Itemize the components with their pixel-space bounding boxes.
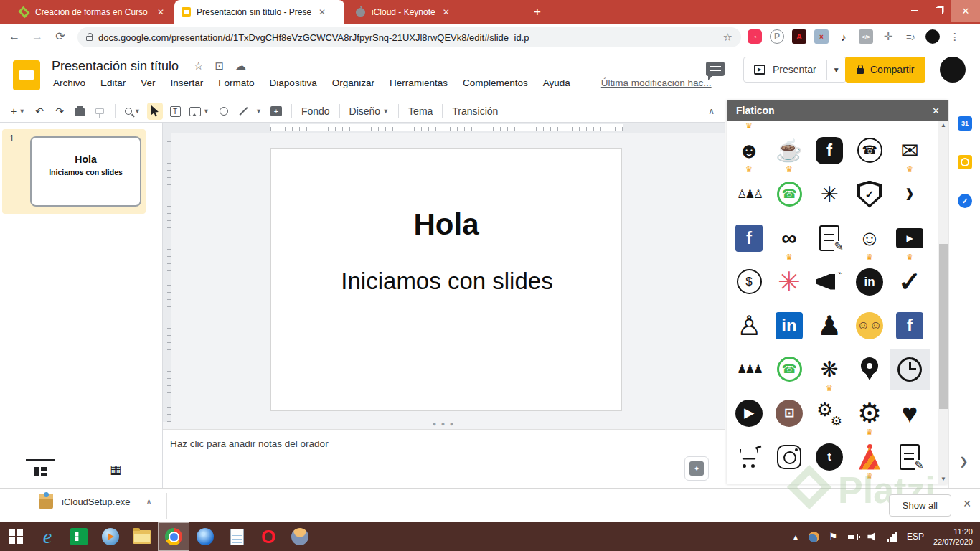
menu-archivo[interactable]: Archivo (53, 77, 85, 88)
redo-button[interactable]: ↷ (52, 103, 67, 120)
hand-coin-icon[interactable]: $ (729, 261, 769, 302)
document-title[interactable]: Presentación sin título (52, 59, 179, 74)
grid-view-button[interactable]: ▦ (105, 462, 126, 479)
download-item[interactable]: iCloudSetup.exe ∧ (39, 494, 151, 509)
carnival-mask-icon[interactable]: ∞♛ (769, 217, 809, 258)
taskbar-chrome-icon[interactable] (158, 522, 189, 551)
taskbar-media-player-icon[interactable] (95, 522, 126, 551)
show-all-downloads-button[interactable]: Show all (889, 494, 951, 517)
filmstrip-view-button[interactable] (26, 463, 55, 479)
slide-editor[interactable]: Hola Iniciamos con slides (270, 148, 622, 411)
url-text[interactable]: docs.google.com/presentation/d/1TxDvgCHf… (98, 32, 717, 43)
crowd-icon[interactable]: ♟♟♟ (729, 349, 769, 390)
pinterest-icon[interactable]: P (770, 29, 784, 44)
facebook-rounded-icon[interactable]: f (809, 130, 849, 171)
scrollbar-thumb[interactable] (939, 244, 948, 409)
linkedin-circle-icon[interactable]: in (849, 261, 890, 302)
gears-icon[interactable]: ⚙⚙ (809, 392, 849, 433)
toolbar-collapse-icon[interactable]: ∧ (708, 106, 715, 116)
new-tab-button[interactable]: + (528, 3, 547, 22)
flaticon-scrollbar[interactable]: ▲ ▼ (938, 121, 948, 484)
team-color-icon[interactable]: ☺☺ (849, 305, 890, 346)
taskbar-windows-store-icon[interactable] (63, 522, 95, 551)
menu-organizar[interactable]: Organizar (332, 77, 374, 88)
scroll-down-icon[interactable]: ▼ (938, 474, 948, 484)
explore-button[interactable]: ✦ (684, 456, 709, 481)
speaker-icon[interactable]: ♪ (837, 29, 851, 44)
note-edit-icon[interactable] (890, 436, 930, 477)
location-pin-icon[interactable] (849, 349, 890, 390)
family-group-icon[interactable]: ♙♟♙ (729, 174, 769, 215)
browser-tab[interactable]: Creación de formas en Curso de✕ (11, 0, 174, 24)
megaphone-icon[interactable] (809, 261, 849, 302)
keep-icon[interactable] (958, 155, 972, 169)
action-center-flag-icon[interactable]: ⚑ (829, 531, 838, 542)
profile-avatar-icon[interactable] (925, 29, 940, 44)
pencil-icon[interactable]: ╱ (890, 121, 930, 127)
facebook-blue-icon[interactable]: f (729, 217, 769, 258)
layout-button[interactable]: Diseño ▼ (347, 103, 392, 120)
bookmark-star-icon[interactable]: ☆ (723, 31, 732, 44)
facebook-blue-icon-2[interactable]: f (890, 305, 930, 346)
puzzle-extensions-icon[interactable]: ✛ (881, 29, 895, 44)
ellipse-icon[interactable]: ● (849, 121, 890, 127)
calendar-icon[interactable]: 31 (958, 116, 972, 131)
zoom-button[interactable]: ▼ (123, 103, 143, 120)
clock[interactable]: 11:20 22/07/2020 (933, 527, 973, 547)
slide-body-text[interactable]: Iniciamos con slides (339, 263, 555, 299)
chat-bubble-icon[interactable]: ❝ (809, 121, 849, 127)
text-box-button[interactable]: T (167, 103, 183, 120)
tab-close-icon[interactable]: ✕ (441, 7, 451, 17)
comments-icon[interactable] (706, 62, 725, 76)
businessman-icon[interactable]: ♙ (729, 305, 769, 346)
language-indicator[interactable]: ESP (907, 532, 924, 542)
download-options-icon[interactable]: ∧ (146, 497, 151, 507)
instagram-outline-icon[interactable] (769, 436, 809, 477)
tab-close-icon[interactable]: ✕ (317, 7, 327, 17)
slide-title-text[interactable]: Hola (271, 207, 621, 242)
playlist-icon[interactable]: ≡♪ (903, 29, 918, 44)
insert-shape-button[interactable] (216, 103, 232, 120)
taskbar-blue-globe-app-icon[interactable] (189, 522, 221, 551)
slides-logo-icon[interactable] (13, 60, 40, 90)
window-restore-button[interactable] (927, 0, 951, 22)
menu-complementos[interactable]: Complementos (463, 77, 528, 88)
battery-icon[interactable] (847, 534, 858, 540)
user-network-icon[interactable]: ❋♛ (809, 349, 849, 390)
download-bar-close-icon[interactable]: ✕ (963, 498, 971, 509)
gear-icon[interactable]: ⚙♛ (849, 392, 890, 433)
whatsapp-green-icon[interactable]: ☎ (769, 174, 809, 215)
beer-mug-icon[interactable]: ☕♛ (769, 130, 809, 171)
back-icon[interactable]: ← (6, 29, 23, 44)
flaticon-close-icon[interactable]: ✕ (932, 105, 940, 116)
volume-icon[interactable] (867, 532, 877, 541)
menu-ver[interactable]: Ver (141, 77, 155, 88)
code-extension-icon[interactable]: </> (859, 29, 873, 44)
taskbar-opera-icon[interactable]: O (253, 522, 284, 551)
check-icon[interactable]: ✓ (890, 261, 930, 302)
menu-editar[interactable]: Editar (100, 77, 126, 88)
tab-close-icon[interactable]: ✕ (156, 7, 166, 17)
share-button[interactable]: Compartir (845, 57, 925, 83)
new-slide-button[interactable]: + ▼ (9, 103, 27, 120)
star-document-icon[interactable]: ☆ (194, 60, 203, 72)
whatsapp-green-icon-2[interactable]: ☎ (769, 349, 809, 390)
tasks-icon[interactable]: ✓ (958, 194, 972, 208)
virus-red-icon[interactable]: ✳ (769, 261, 809, 302)
side-panel-collapse-icon[interactable]: ❯ (959, 455, 969, 468)
scroll-up-icon[interactable]: ▲ (938, 121, 948, 131)
taskbar-notepad-icon[interactable] (221, 522, 253, 551)
browser-tab[interactable]: iCloud - Keynote✕ (348, 0, 517, 24)
whatsapp-outline-icon[interactable]: ☎ (849, 130, 890, 171)
youtube-icon[interactable]: ▶ (729, 392, 769, 433)
present-button[interactable]: ▶ Presentar ▼ (743, 57, 847, 83)
last-modified-link[interactable]: Última modificación hac... (601, 77, 712, 88)
support-agent-icon[interactable]: ☻♛ (729, 130, 769, 171)
browser-menu-icon[interactable]: ⋮ (948, 29, 962, 44)
notes-resize-handle[interactable]: ● ● ● (163, 422, 725, 429)
envelope-balloon-icon[interactable]: ✉♛ (890, 130, 930, 171)
heart-icon[interactable]: ♥ (890, 392, 930, 433)
print-button[interactable] (72, 103, 88, 120)
instagram-circle-icon[interactable]: ⊡ (769, 392, 809, 433)
window-minimize-button[interactable] (903, 0, 927, 22)
